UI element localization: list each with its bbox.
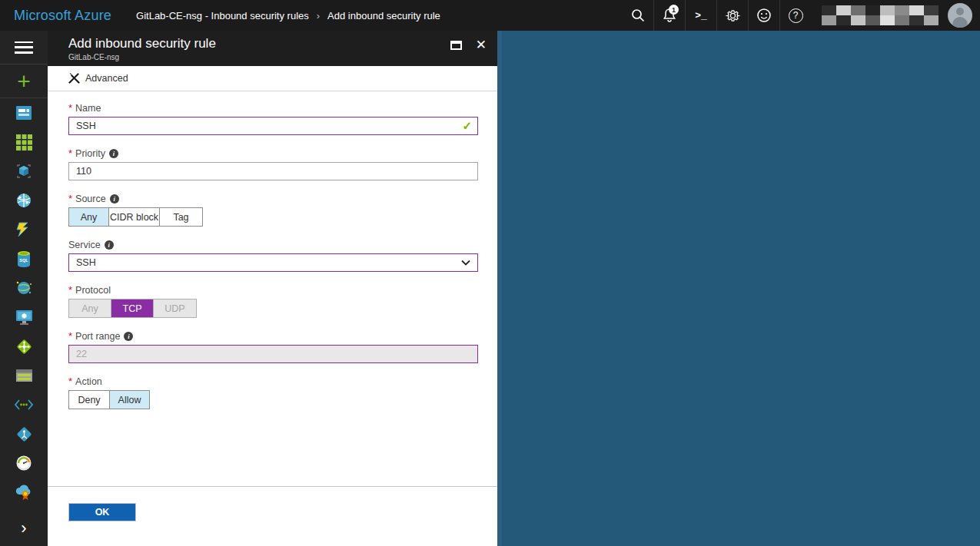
service-field: Service i SSH bbox=[68, 239, 477, 272]
sidebar-item-dashboard[interactable] bbox=[0, 98, 48, 127]
search-icon bbox=[630, 8, 646, 23]
breadcrumb: GitLab-CE-nsg - Inbound security rules ›… bbox=[136, 10, 440, 22]
monitor-icon bbox=[15, 455, 32, 472]
blade-footer: OK bbox=[48, 486, 497, 546]
info-icon[interactable]: i bbox=[105, 240, 114, 250]
breadcrumb-level2[interactable]: Add inbound security rule bbox=[327, 10, 440, 22]
smiley-icon bbox=[756, 8, 772, 23]
azure-logo[interactable]: Microsoft Azure bbox=[0, 8, 125, 24]
settings-button[interactable] bbox=[716, 0, 748, 31]
notification-badge: 1 bbox=[669, 5, 679, 15]
port-range-label: * Port range i bbox=[68, 330, 477, 342]
info-icon[interactable]: i bbox=[124, 332, 133, 341]
cloud-shell-button[interactable]: >_ bbox=[685, 0, 716, 31]
service-label: Service i bbox=[68, 239, 477, 250]
blade-header: Add inbound security rule GitLab-CE-nsg … bbox=[48, 31, 497, 66]
protocol-option-udp: UDP bbox=[153, 299, 196, 317]
sidebar-item-function-apps[interactable] bbox=[0, 215, 48, 244]
virtual-networks-icon bbox=[14, 399, 34, 411]
user-identity-redacted[interactable] bbox=[822, 5, 938, 25]
name-field: * Name SSH ✓ bbox=[68, 102, 477, 135]
load-balancers-icon bbox=[15, 338, 33, 356]
sidebar-item-sql-databases[interactable]: SQL bbox=[0, 244, 48, 273]
info-icon[interactable]: i bbox=[110, 194, 119, 204]
avatar[interactable] bbox=[948, 3, 972, 28]
advisor-icon bbox=[15, 484, 33, 501]
notifications-button[interactable]: 1 bbox=[653, 0, 685, 31]
service-value: SSH bbox=[76, 257, 96, 268]
port-range-value: 22 bbox=[76, 349, 87, 359]
background-blade-area bbox=[497, 31, 980, 546]
sidebar-item-advisor[interactable] bbox=[0, 478, 48, 507]
priority-label: * Priority i bbox=[68, 147, 477, 159]
port-range-input: 22 bbox=[68, 345, 478, 363]
sidebar-item-all-resources[interactable] bbox=[0, 127, 48, 157]
page-title: Add inbound security rule bbox=[68, 35, 450, 52]
advanced-label: Advanced bbox=[85, 73, 128, 84]
search-button[interactable] bbox=[622, 0, 653, 31]
sidebar-item-menu[interactable] bbox=[0, 31, 48, 65]
sidebar-item-load-balancers[interactable] bbox=[0, 332, 48, 361]
name-input[interactable]: SSH ✓ bbox=[68, 117, 478, 135]
azure-portal: Microsoft Azure GitLab-CE-nsg - Inbound … bbox=[0, 0, 980, 546]
close-icon[interactable]: ✕ bbox=[476, 40, 487, 51]
ok-button[interactable]: OK bbox=[68, 503, 136, 521]
chevron-down-icon bbox=[461, 260, 470, 266]
required-asterisk: * bbox=[68, 102, 72, 114]
all-resources-icon bbox=[16, 134, 32, 151]
resource-groups-icon bbox=[15, 163, 32, 180]
help-button[interactable]: ? bbox=[779, 0, 811, 31]
source-label: * Source i bbox=[68, 193, 477, 204]
cloud-shell-icon: >_ bbox=[695, 10, 707, 22]
sidebar-item-azure-ad[interactable] bbox=[0, 419, 48, 448]
source-option-cidr-block[interactable]: CIDR block bbox=[108, 208, 159, 226]
priority-input[interactable]: 110 bbox=[68, 162, 478, 180]
sidebar-item-storage-accounts[interactable] bbox=[0, 361, 48, 390]
sidebar: + SQL bbox=[0, 31, 48, 546]
sidebar-item-collapse[interactable]: › bbox=[0, 514, 48, 543]
protocol-option-any: Any bbox=[69, 299, 111, 317]
source-option-tag[interactable]: Tag bbox=[159, 208, 202, 226]
sidebar-item-virtual-networks[interactable] bbox=[0, 390, 48, 419]
new-plus-icon: + bbox=[17, 71, 31, 91]
collapse-chevron-icon: › bbox=[21, 521, 26, 536]
action-toggle: Deny Allow bbox=[68, 390, 150, 409]
tools-icon bbox=[68, 73, 80, 84]
top-bar: Microsoft Azure GitLab-CE-nsg - Inbound … bbox=[0, 0, 980, 31]
protocol-field: * Protocol Any TCP UDP bbox=[68, 284, 477, 318]
required-asterisk: * bbox=[68, 284, 72, 296]
name-value: SSH bbox=[76, 121, 96, 131]
sidebar-item-app-services[interactable] bbox=[0, 186, 48, 215]
source-field: * Source i Any CIDR block Tag bbox=[68, 193, 477, 227]
sidebar-item-virtual-machines[interactable] bbox=[0, 303, 48, 332]
topbar-actions: 1 >_ ? bbox=[622, 0, 980, 31]
action-option-allow[interactable]: Allow bbox=[109, 391, 149, 409]
blade-toolbar: Advanced bbox=[48, 66, 497, 91]
protocol-label: * Protocol bbox=[68, 284, 477, 296]
action-option-deny[interactable]: Deny bbox=[69, 391, 109, 409]
required-asterisk: * bbox=[68, 147, 72, 159]
sidebar-item-resource-groups[interactable] bbox=[0, 157, 48, 186]
gear-icon bbox=[725, 8, 741, 24]
required-asterisk: * bbox=[68, 193, 72, 204]
source-option-any[interactable]: Any bbox=[69, 208, 108, 226]
required-asterisk: * bbox=[68, 376, 72, 387]
maximize-icon[interactable] bbox=[450, 41, 462, 50]
sidebar-item-monitor[interactable] bbox=[0, 448, 48, 478]
protocol-option-tcp[interactable]: TCP bbox=[111, 299, 153, 317]
service-select[interactable]: SSH bbox=[68, 253, 478, 272]
breadcrumb-level1[interactable]: GitLab-CE-nsg - Inbound security rules bbox=[136, 10, 309, 22]
background-blade-edge bbox=[497, 31, 502, 546]
advanced-button[interactable]: Advanced bbox=[68, 73, 128, 84]
required-asterisk: * bbox=[68, 330, 72, 342]
priority-value: 110 bbox=[76, 166, 91, 177]
info-icon[interactable]: i bbox=[109, 149, 118, 158]
action-label: * Action bbox=[68, 376, 477, 387]
action-field: * Action Deny Allow bbox=[68, 376, 477, 409]
breadcrumb-separator-icon: › bbox=[317, 10, 320, 22]
name-label: * Name bbox=[68, 102, 477, 114]
sidebar-item-new[interactable]: + bbox=[0, 65, 48, 98]
sidebar-item-cosmos-db[interactable] bbox=[0, 273, 48, 303]
sql-databases-icon: SQL bbox=[16, 250, 32, 268]
feedback-button[interactable] bbox=[748, 0, 779, 31]
